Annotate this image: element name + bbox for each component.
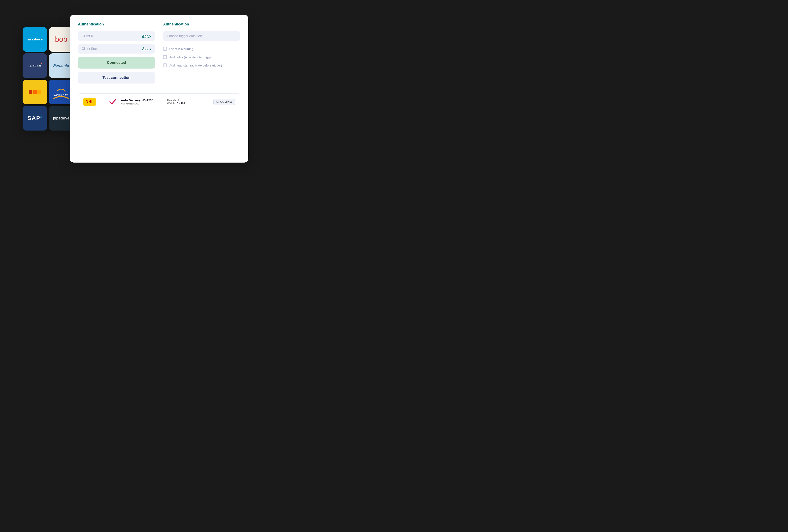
salesforce-label: salesforce bbox=[27, 38, 42, 41]
parcels-label: Parcels: bbox=[167, 99, 177, 102]
checkbox-recurring: Event is recurring bbox=[163, 46, 240, 52]
client-id-apply-button[interactable]: Apply bbox=[142, 34, 151, 38]
delivery-for: For FREENOW bbox=[121, 102, 163, 105]
workday-arc-icon bbox=[56, 87, 66, 92]
parcels-value: 1 bbox=[178, 99, 179, 102]
client-secret-label: Client Secret bbox=[82, 47, 101, 51]
hubspot-label: HubSpot bbox=[28, 64, 41, 67]
client-secret-row: Client Secret Apply bbox=[78, 44, 155, 54]
workday-label: workday. bbox=[54, 94, 69, 97]
right-auth-section: Authentication Choose trigger data field… bbox=[163, 22, 240, 83]
checkbox-group: Event is recurring Add delay (Activate a… bbox=[163, 46, 240, 68]
trigger-data-field-input[interactable]: Choose trigger data field bbox=[163, 32, 240, 41]
parcels-row: Parcels: 1 bbox=[167, 99, 209, 102]
arrow-right-icon: → bbox=[100, 100, 104, 104]
checkbox-recurring-input[interactable] bbox=[163, 47, 167, 51]
personio-label: Personio bbox=[53, 64, 69, 68]
delivery-info: Auto Delivery #D-1234 For FREENOW bbox=[121, 99, 163, 105]
bob-label: bob bbox=[55, 35, 67, 44]
checkbox-headstart: Add head start (activate before trigger) bbox=[163, 62, 240, 68]
checkbox-delay: Add delay (Activate after trigger) bbox=[163, 54, 240, 60]
left-auth-title: Authentication bbox=[78, 22, 155, 26]
delivery-meta: Parcels: 1 Weight: 0.446 kg bbox=[167, 99, 209, 105]
app-tile-hubspot[interactable]: HubSpot bbox=[23, 53, 47, 78]
left-auth-section: Authentication Client ID Apply Client Se… bbox=[78, 22, 155, 83]
app-grid: salesforce bob HubSpot Personio bbox=[23, 27, 74, 131]
checkbox-headstart-label: Add head start (activate before trigger) bbox=[169, 64, 222, 67]
delivery-name: Auto Delivery #D-1234 bbox=[121, 99, 163, 102]
app-tile-zoho[interactable] bbox=[23, 80, 47, 104]
app-tile-sap[interactable]: SAP® bbox=[23, 106, 47, 131]
weight-value: 0.446 kg bbox=[177, 102, 188, 105]
checkbox-delay-input[interactable] bbox=[163, 55, 167, 59]
client-secret-apply-button[interactable]: Apply bbox=[142, 47, 151, 51]
checkbox-headstart-input[interactable] bbox=[163, 63, 167, 67]
sap-label: SAP® bbox=[27, 115, 42, 121]
trigger-placeholder: Choose trigger data field bbox=[167, 34, 202, 38]
panel-content: Authentication Client ID Apply Client Se… bbox=[78, 22, 240, 110]
app-tile-salesforce[interactable]: salesforce bbox=[23, 27, 47, 52]
dhl-badge: DHL bbox=[83, 98, 96, 106]
weight-row: Weight: 0.446 kg bbox=[167, 102, 209, 105]
test-connection-button[interactable]: Test connection bbox=[78, 72, 155, 83]
main-scene: salesforce bob HubSpot Personio bbox=[23, 15, 248, 162]
checkbox-recurring-label: Event is recurring bbox=[169, 47, 193, 51]
vcheck-icon bbox=[109, 98, 117, 106]
zoho-icon bbox=[29, 90, 41, 94]
client-id-row: Client ID Apply bbox=[78, 32, 155, 41]
checkbox-delay-label: Add delay (Activate after trigger) bbox=[169, 55, 213, 59]
status-badge: UPCOMING bbox=[213, 99, 235, 105]
delivery-card: DHL → Auto Delivery #D-1234 For FREENOW … bbox=[78, 93, 240, 110]
connected-button[interactable]: Connected bbox=[78, 57, 155, 68]
right-auth-title: Authentication bbox=[163, 22, 240, 26]
pipedrive-label: pipedrive bbox=[53, 116, 70, 120]
client-id-label: Client ID bbox=[82, 34, 94, 38]
main-panel: Authentication Client ID Apply Client Se… bbox=[70, 15, 248, 162]
hubspot-logo: HubSpot bbox=[28, 64, 41, 67]
weight-label: Weight: bbox=[167, 102, 176, 105]
